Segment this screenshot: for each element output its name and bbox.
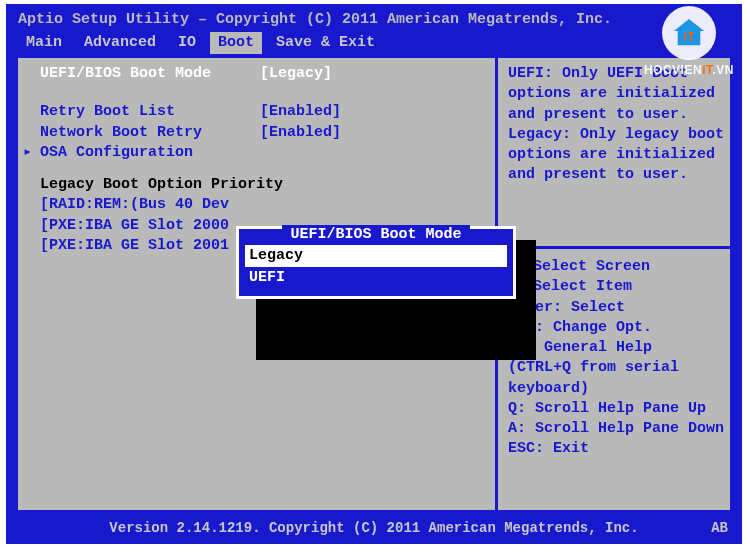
menu-save-exit[interactable]: Save & Exit bbox=[268, 32, 383, 54]
popup-option-legacy[interactable]: Legacy bbox=[245, 245, 507, 267]
menu-boot[interactable]: Boot bbox=[210, 32, 262, 54]
bios-window: Aptio Setup Utility – Copyright (C) 2011… bbox=[6, 4, 742, 544]
key-enter: Enter: Select bbox=[508, 298, 724, 318]
setting-label: OSA Configuration bbox=[40, 143, 260, 163]
popup-title-wrap: UEFI/BIOS Boot Mode bbox=[239, 229, 513, 243]
setting-osa-configuration[interactable]: ▸ OSA Configuration bbox=[26, 143, 483, 163]
title-text: Aptio Setup Utility – Copyright (C) 2011… bbox=[18, 11, 612, 28]
key-ctrlq-1: (CTRL+Q from serial bbox=[508, 358, 724, 378]
key-select-screen: ↔ Select Screen bbox=[508, 257, 724, 277]
spacer bbox=[26, 84, 483, 102]
key-ctrlq-2: keyboard) bbox=[508, 379, 724, 399]
legacy-priority-heading: Legacy Boot Option Priority bbox=[26, 175, 483, 195]
setting-network-boot-retry[interactable]: Network Boot Retry [Enabled] bbox=[26, 123, 483, 143]
setting-retry-boot-list[interactable]: Retry Boot List [Enabled] bbox=[26, 102, 483, 122]
popup-body: Legacy UEFI bbox=[239, 243, 513, 296]
setting-label: UEFI/BIOS Boot Mode bbox=[40, 64, 260, 84]
footer-badge: AB bbox=[711, 519, 728, 538]
version-footer: Version 2.14.1219. Copyright (C) 2011 Am… bbox=[6, 519, 742, 538]
key-a: A: Scroll Help Pane Down bbox=[508, 419, 724, 439]
setting-value: [Legacy] bbox=[260, 64, 332, 84]
submenu-arrow-icon: ▸ bbox=[23, 143, 32, 163]
help-text: UEFI: Only UEFI Boot options are initial… bbox=[498, 56, 730, 246]
setting-value: [Enabled] bbox=[260, 123, 341, 143]
menu-main[interactable]: Main bbox=[18, 32, 70, 54]
setting-label: Retry Boot List bbox=[40, 102, 260, 122]
key-select-item: ↕ Select Item bbox=[508, 277, 724, 297]
menu-io[interactable]: IO bbox=[170, 32, 204, 54]
setting-value: [Enabled] bbox=[260, 102, 341, 122]
setting-uefi-bios-boot-mode[interactable]: UEFI/BIOS Boot Mode [Legacy] bbox=[26, 64, 483, 84]
menu-advanced[interactable]: Advanced bbox=[76, 32, 164, 54]
boot-mode-popup: UEFI/BIOS Boot Mode Legacy UEFI bbox=[236, 226, 516, 299]
boot-item[interactable]: [RAID:REM:(Bus 40 Dev bbox=[26, 195, 483, 215]
popup-option-uefi[interactable]: UEFI bbox=[245, 267, 507, 289]
title-bar: Aptio Setup Utility – Copyright (C) 2011… bbox=[6, 4, 742, 30]
key-f1: F1: General Help bbox=[508, 338, 724, 358]
setting-label: Network Boot Retry bbox=[40, 123, 260, 143]
key-change: +/-: Change Opt. bbox=[508, 318, 724, 338]
key-q: Q: Scroll Help Pane Up bbox=[508, 399, 724, 419]
popup-title: UEFI/BIOS Boot Mode bbox=[282, 225, 469, 245]
key-esc: ESC: Exit bbox=[508, 439, 724, 459]
